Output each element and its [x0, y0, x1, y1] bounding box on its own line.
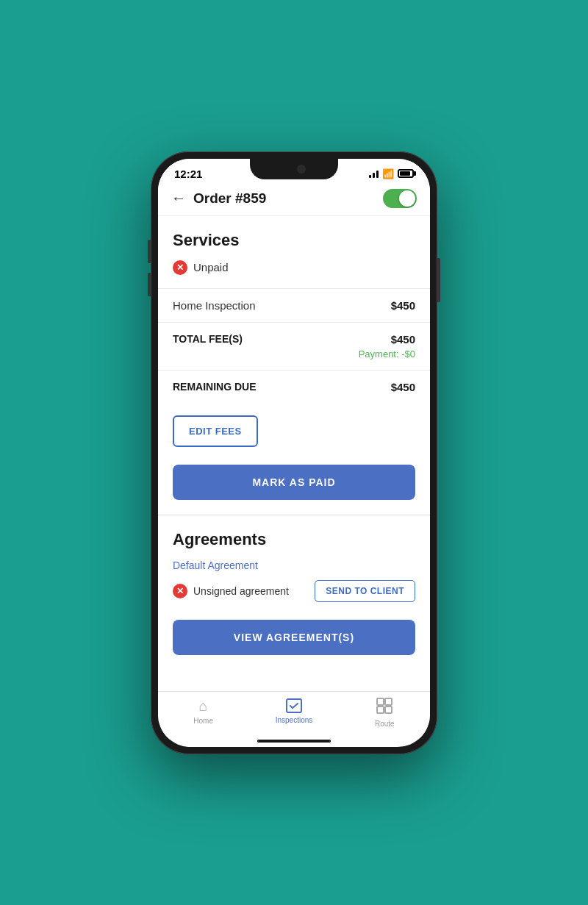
remaining-amount: $450 [391, 381, 415, 393]
unpaid-label: Unpaid [193, 261, 229, 273]
total-row: TOTAL FEE(S) $450 [173, 333, 415, 346]
status-bar: 12:21 📶 [158, 159, 430, 183]
agreements-title: Agreements [173, 530, 415, 549]
svg-rect-1 [377, 698, 384, 705]
line-item-home-inspection: Home Inspection $450 [158, 288, 430, 322]
payment-text: Payment: -$0 [359, 348, 415, 360]
view-agreements-area: VIEW AGREEMENT(S) [158, 614, 430, 670]
unpaid-badge: ✕ Unpaid [173, 260, 415, 275]
nav-item-inspections[interactable]: Inspections [248, 698, 339, 728]
header-left: ← Order #859 [171, 190, 266, 207]
agreement-row: ✕ Unsigned agreement SEND TO CLIENT [173, 580, 415, 602]
line-item-label: Home Inspection [173, 299, 256, 312]
bottom-nav: ⌂ Home Inspections [158, 691, 430, 740]
unsigned-x-icon: ✕ [173, 584, 187, 598]
wifi-icon: 📶 [382, 168, 394, 179]
mark-paid-area: MARK AS PAID [158, 459, 430, 515]
app-header: ← Order #859 [158, 183, 430, 216]
line-item-amount: $450 [391, 299, 415, 312]
remaining-label: REMAINING DUE [173, 381, 257, 393]
default-agreement-link[interactable]: Default Agreement [173, 559, 415, 571]
nav-item-home[interactable]: ⌂ Home [158, 698, 248, 728]
notch [250, 159, 338, 179]
send-to-client-button[interactable]: SEND TO CLIENT [315, 580, 415, 602]
unpaid-x-icon: ✕ [173, 260, 187, 275]
route-icon [376, 698, 392, 718]
status-icons: 📶 [369, 168, 414, 179]
edit-fees-button[interactable]: EDIT FEES [173, 415, 258, 447]
mark-as-paid-button[interactable]: MARK AS PAID [173, 465, 415, 500]
back-button[interactable]: ← [171, 190, 186, 207]
route-svg-icon [376, 698, 392, 714]
total-fees-section: TOTAL FEE(S) $450 Payment: -$0 [158, 322, 430, 370]
signal-icon [369, 169, 379, 178]
battery-icon [398, 169, 414, 178]
services-section: Services ✕ Unpaid [158, 216, 430, 275]
agreement-left: ✕ Unsigned agreement [173, 584, 289, 598]
nav-label-home: Home [193, 717, 213, 725]
unsigned-label: Unsigned agreement [193, 585, 289, 597]
inspections-icon [285, 698, 303, 714]
home-icon: ⌂ [199, 698, 208, 715]
order-toggle[interactable] [383, 189, 417, 208]
content-scroll: Services ✕ Unpaid Home Inspection $450 T… [158, 216, 430, 691]
nav-label-route: Route [375, 720, 395, 728]
toggle-knob [399, 190, 415, 207]
nav-item-route[interactable]: Route [340, 698, 430, 728]
remaining-due-section: REMAINING DUE $450 [158, 370, 430, 404]
view-agreements-button[interactable]: VIEW AGREEMENT(S) [173, 620, 415, 655]
status-time: 12:21 [174, 168, 202, 180]
nav-label-inspections: Inspections [276, 716, 313, 724]
camera [297, 165, 306, 174]
svg-rect-4 [385, 707, 392, 713]
agreements-section: Agreements Default Agreement ✕ Unsigned … [158, 515, 430, 602]
total-label: TOTAL FEE(S) [173, 333, 243, 345]
services-title: Services [173, 231, 415, 250]
page-title: Order #859 [193, 190, 266, 207]
payment-row: Payment: -$0 [173, 348, 415, 360]
svg-rect-2 [385, 698, 392, 705]
total-amount: $450 [391, 333, 415, 346]
home-indicator [257, 740, 331, 743]
edit-fees-area: EDIT FEES [158, 404, 430, 459]
svg-rect-3 [377, 707, 384, 713]
